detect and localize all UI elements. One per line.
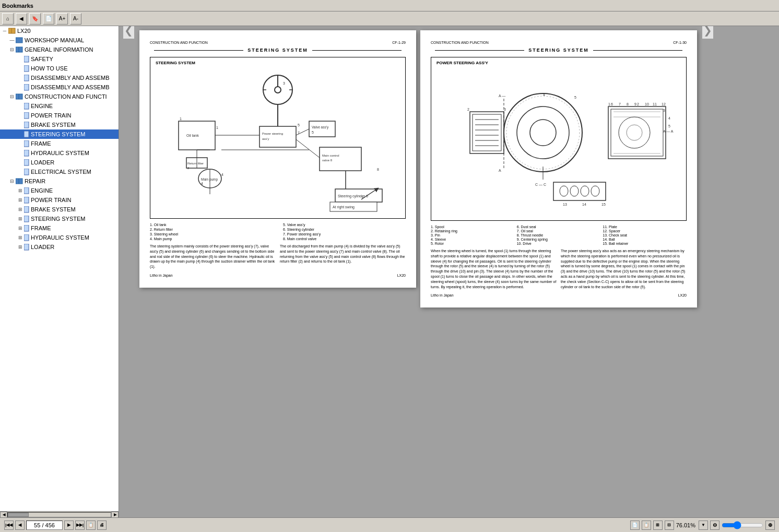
- sidebar-label-frame2: FRAME: [31, 225, 51, 231]
- diagram-title-left: STEERING SYSTEM: [156, 61, 195, 65]
- svg-rect-12: [24, 112, 29, 119]
- sidebar-item-engine2[interactable]: ⊞ ENGINE: [0, 186, 119, 195]
- title-label: Bookmarks: [2, 3, 33, 9]
- page-icon-hydraulic2: [24, 234, 29, 241]
- page-nav-left[interactable]: ❮: [123, 26, 134, 39]
- svg-text:Oil tank: Oil tank: [186, 134, 199, 137]
- toolbar-btn-home[interactable]: ⌂: [2, 13, 14, 25]
- page-icon-howtouse: [24, 65, 29, 72]
- footer-right-label: Litho in Japan: [431, 293, 454, 297]
- zoom-fit-btn[interactable]: ⊟: [665, 521, 674, 530]
- svg-rect-76: [470, 112, 504, 153]
- toolbar-btn-back[interactable]: ◀: [16, 13, 27, 25]
- expander-loader2: ⊞: [17, 243, 24, 251]
- svg-text:12: 12: [662, 102, 666, 106]
- nav-last-btn[interactable]: ▶▶|: [75, 521, 85, 530]
- r-part-10: 10. Drive: [517, 242, 601, 245]
- sidebar-item-general[interactable]: ⊟ GENERAL INFORMATION: [0, 45, 119, 54]
- svg-text:8: 8: [377, 168, 379, 171]
- zoom-in-btn[interactable]: ⊕: [765, 521, 775, 530]
- page-nav-right[interactable]: ❯: [702, 26, 713, 39]
- toolbar-btn-page2[interactable]: 📄: [43, 13, 54, 25]
- expander-hydraulic1: [17, 149, 24, 157]
- zoom-out-btn[interactable]: ⊖: [710, 521, 719, 530]
- sidebar-item-engine1[interactable]: ENGINE: [0, 101, 119, 111]
- zoom-dropdown-btn[interactable]: ▼: [699, 521, 708, 530]
- sidebar-content[interactable]: ─ LX20 — WORKSHOP MANUAL ⊟ GENERAL INFOR…: [0, 26, 119, 511]
- sidebar-item-steering1[interactable]: STEERING SYSTEM: [0, 129, 119, 139]
- svg-text:5: 5: [668, 124, 670, 128]
- sidebar-label-repair: REPAIR: [25, 178, 45, 184]
- sidebar-item-brake2[interactable]: ⊞ BRAKE SYSTEM: [0, 205, 119, 214]
- sidebar-item-repair[interactable]: ⊟ REPAIR: [0, 176, 119, 186]
- toolbar-btn-page1[interactable]: 🔖: [29, 13, 41, 25]
- sidebar-item-frame2[interactable]: ⊞ FRAME: [0, 223, 119, 233]
- svg-text:2: 2: [637, 102, 639, 106]
- toolbar-btn-zoom-in[interactable]: A+: [56, 13, 68, 25]
- sidebar-item-disassembly2[interactable]: DISASSEMBLY AND ASSEMB: [0, 82, 119, 92]
- page-right: CONSTRUCTION AND FUNCTION CF-1-30 STEERI…: [420, 30, 697, 308]
- zoom-spread-btn[interactable]: ⊞: [653, 521, 663, 530]
- zoom-page1-btn[interactable]: 📄: [630, 521, 640, 530]
- sidebar-item-loader2[interactable]: ⊞ LOADER: [0, 242, 119, 252]
- svg-text:C — C: C — C: [535, 183, 546, 186]
- sidebar-item-workshop[interactable]: — WORKSHOP MANUAL: [0, 36, 119, 45]
- zoom-page2-btn[interactable]: 📋: [642, 521, 651, 530]
- nav-prev-btn[interactable]: ◀: [15, 521, 25, 530]
- sidebar-item-lx20[interactable]: ─ LX20: [0, 26, 119, 36]
- print-btn[interactable]: 🖨: [97, 521, 107, 530]
- book-icon-general: [16, 46, 23, 53]
- r-part-15: 15. Ball retainer: [603, 242, 687, 245]
- parts-list-right: 1. Spool 6. Dust seal 11. Plate 2. Retai…: [431, 225, 687, 245]
- sidebar-label-workshop: WORKSHOP MANUAL: [25, 37, 84, 43]
- sidebar-item-electrical1[interactable]: ELECTRICAL SYSTEM: [0, 167, 119, 176]
- sidebar-item-safety[interactable]: SAFETY: [0, 54, 119, 64]
- sidebar-scroll-x[interactable]: ◀ ▶: [0, 511, 119, 517]
- part-7: 7. Power steering ass'y: [283, 232, 406, 236]
- content-area[interactable]: ❮ CONSTRUCTION AND FUNCTION CF-1-29 STEE…: [119, 26, 779, 517]
- sidebar-item-howtouse[interactable]: HOW TO USE: [0, 64, 119, 73]
- r-part-9: 9. Centering spring: [517, 238, 601, 241]
- zoom-slider[interactable]: [722, 522, 763, 529]
- main-toolbar: ⌂ ◀ 🔖 📄 A+ A-: [0, 11, 779, 26]
- sidebar-item-construction[interactable]: ⊟ CONSTRUCTION AND FUNCTI: [0, 92, 119, 101]
- toolbar-btn-zoom-out[interactable]: A-: [70, 13, 81, 25]
- svg-rect-97: [553, 182, 606, 200]
- sidebar-label-hydraulic2: HYDRAULIC SYSTEM: [31, 234, 89, 241]
- page-number-input[interactable]: [26, 521, 63, 530]
- power-steering-svg: A — A A — A C — C 2 3: [439, 70, 679, 216]
- svg-text:4: 4: [201, 182, 203, 185]
- sidebar-item-hydraulic1[interactable]: HYDRAULIC SYSTEM: [0, 148, 119, 158]
- diagram-title-right: POWER STEERING ASS'Y: [436, 61, 488, 65]
- r-part-13: 13. Check seat: [603, 233, 687, 237]
- footer-left-model: LX20: [397, 274, 406, 277]
- sidebar-item-steering2[interactable]: ⊞ STEERING SYSTEM: [0, 214, 119, 223]
- svg-point-87: [627, 125, 642, 140]
- svg-rect-27: [24, 244, 29, 250]
- svg-text:14: 14: [582, 203, 586, 206]
- page-left-header: CONSTRUCTION AND FUNCTION CF-1-29: [150, 41, 406, 44]
- nav-next-btn[interactable]: ▶: [64, 521, 74, 530]
- nav-first-btn[interactable]: |◀◀: [4, 521, 14, 530]
- r-part-14: 14. Ball: [603, 238, 687, 241]
- sidebar-item-disassembly1[interactable]: DISASSEMBLY AND ASSEMB: [0, 73, 119, 82]
- bottom-nav-controls: |◀◀ ◀ ▶ ▶▶| 📋 🖨: [4, 521, 107, 530]
- svg-point-100: [581, 186, 589, 196]
- sidebar-item-powertrain2[interactable]: ⊞ POWER TRAIN: [0, 195, 119, 205]
- sidebar-item-frame1[interactable]: FRAME: [0, 139, 119, 148]
- svg-text:1: 1: [180, 117, 182, 121]
- scroll-left-btn[interactable]: ◀: [0, 512, 7, 518]
- footer-left-label: Litho in Japan: [150, 274, 173, 277]
- copy-page-btn[interactable]: 📋: [86, 521, 96, 530]
- sidebar-item-loader1[interactable]: LOADER: [0, 158, 119, 167]
- sidebar-item-powertrain1[interactable]: POWER TRAIN: [0, 111, 119, 120]
- scrollbar-track[interactable]: [7, 512, 111, 517]
- sidebar-item-brake1[interactable]: BRAKE SYSTEM: [0, 120, 119, 129]
- r-part-4: 4. Sleeve: [431, 238, 515, 241]
- sidebar-item-hydraulic2[interactable]: ⊞ HYDRAULIC SYSTEM: [0, 233, 119, 242]
- sidebar-label-brake2: BRAKE SYSTEM: [31, 206, 76, 212]
- sidebar-label-disassembly2: DISASSEMBLY AND ASSEMB: [31, 84, 110, 90]
- part-5: 5. Valve ass'y: [283, 223, 406, 227]
- scroll-right-btn[interactable]: ▶: [111, 512, 119, 518]
- page-right-title: STEERING SYSTEM: [431, 48, 687, 53]
